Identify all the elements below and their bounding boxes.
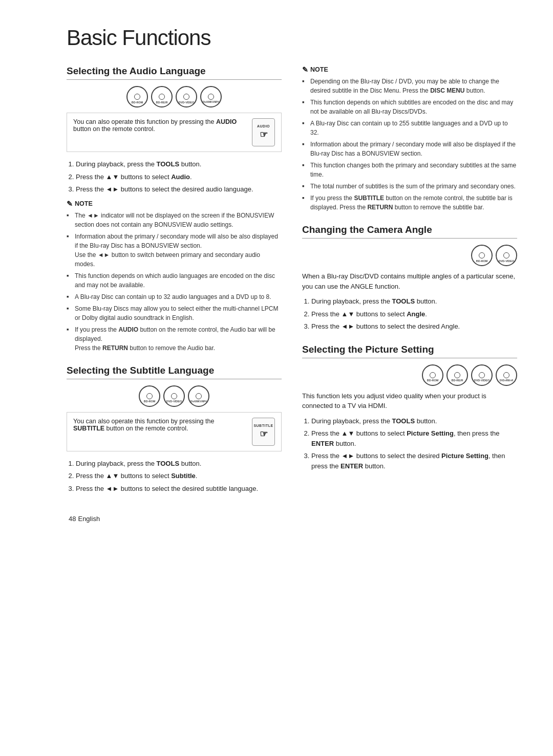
- audio-step-1: During playback, press the TOOLS button.: [76, 159, 282, 169]
- camera-section-title: Changing the Camera Angle: [302, 224, 517, 239]
- camera-step-3: Press the ◄► buttons to select the desir…: [311, 321, 517, 332]
- audio-info-text: You can also operate this function by pr…: [73, 118, 247, 133]
- disc-bd-rom-pic: BD-ROM: [422, 364, 443, 386]
- subtitle-right-note: ✎ NOTE Depending on the Blu-ray Disc / D…: [302, 66, 517, 212]
- subtitle-note-list: Depending on the Blu-ray Disc / DVD, you…: [302, 77, 517, 212]
- picture-step-3: Press the ◄► buttons to select the desir…: [311, 451, 517, 471]
- subtitle-note-item: A Blu-ray Disc can contain up to 255 sub…: [302, 119, 517, 137]
- disc-dvd-video-sub: DVD-VIDEO: [163, 385, 185, 407]
- audio-steps: During playback, press the TOOLS button.…: [67, 159, 282, 195]
- page-number: 48English: [67, 514, 517, 523]
- subtitle-note-item: Depending on the Blu-ray Disc / DVD, you…: [302, 77, 517, 95]
- subtitle-note-item: Information about the primary / secondar…: [302, 140, 517, 158]
- page-language: English: [78, 515, 100, 523]
- camera-step-2: Press the ▲▼ buttons to select Angle.: [311, 309, 517, 319]
- subtitle-note-title: ✎ NOTE: [302, 66, 517, 74]
- page-title: Basic Functions: [67, 26, 517, 50]
- subtitle-step-2: Press the ▲▼ buttons to select Subtitle.: [76, 471, 282, 481]
- disc-divx: DivX/MKV/MP4: [200, 86, 222, 107]
- subtitle-section-title: Selecting the Subtitle Language: [67, 365, 282, 379]
- picture-step-1: During playback, press the TOOLS button.: [311, 416, 517, 426]
- audio-note-list: The ◄► indicator will not be displayed o…: [67, 211, 282, 353]
- audio-note-item: Some Blu-ray Discs may allow you to sele…: [67, 304, 282, 322]
- audio-note-item: If you press the AUDIO button on the rem…: [67, 325, 282, 353]
- left-column: Selecting the Audio Language BD-ROM BD-R…: [67, 66, 282, 499]
- subtitle-disc-icons: BD-ROM DVD-VIDEO DivX/MKV/MP4: [67, 385, 282, 407]
- picture-section: Selecting the Picture Setting BD-ROM BD-…: [302, 344, 517, 471]
- disc-dvd-video-cam: DVD-VIDEO: [496, 245, 517, 266]
- picture-step-2: Press the ▲▼ buttons to select Picture S…: [311, 428, 517, 448]
- subtitle-step-1: During playback, press the TOOLS button.: [76, 459, 282, 469]
- picture-section-title: Selecting the Picture Setting: [302, 344, 517, 358]
- subtitle-note-item: The total number of subtitles is the sum…: [302, 182, 517, 191]
- camera-step-1: During playback, press the TOOLS button.: [311, 296, 517, 307]
- audio-section: Selecting the Audio Language BD-ROM BD-R…: [67, 66, 282, 353]
- audio-note-item: A Blu-ray Disc can contain up to 32 audi…: [67, 292, 282, 301]
- audio-disc-icons: BD-ROM BD-RE/R DVD-VIDEO DivX/MKV/MP4: [67, 86, 282, 107]
- audio-note-item: The ◄► indicator will not be displayed o…: [67, 211, 282, 229]
- subtitle-info-box: You can also operate this function by pr…: [67, 412, 282, 451]
- subtitle-remote-button: SUBTITLE ☞: [252, 418, 275, 446]
- audio-section-title: Selecting the Audio Language: [67, 66, 282, 80]
- subtitle-section: Selecting the Subtitle Language BD-ROM D…: [67, 365, 282, 494]
- disc-dvd-video-pic: DVD-VIDEO: [471, 364, 493, 386]
- audio-remote-button: AUDIO ☞: [252, 118, 275, 146]
- disc-dvdrw-pic: DVD+RW/+R: [496, 364, 517, 386]
- picture-intro: This function lets you adjust video qual…: [302, 391, 517, 411]
- subtitle-note-item: This function changes both the primary a…: [302, 161, 517, 179]
- disc-bd-rom: BD-ROM: [126, 86, 148, 107]
- subtitle-note-item: If you press the SUBTITLE button on the …: [302, 193, 517, 212]
- disc-bd-rom-cam: BD-ROM: [471, 245, 493, 266]
- picture-disc-icons: BD-ROM BD-RE/R DVD-VIDEO DVD+RW/+R: [302, 364, 517, 386]
- subtitle-steps: During playback, press the TOOLS button.…: [67, 459, 282, 494]
- subtitle-step-3: Press the ◄► buttons to select the desir…: [76, 484, 282, 494]
- audio-step-3: Press the ◄► buttons to select the desir…: [76, 184, 282, 195]
- audio-note: ✎ NOTE The ◄► indicator will not be disp…: [67, 200, 282, 353]
- right-column: ✎ NOTE Depending on the Blu-ray Disc / D…: [302, 66, 517, 499]
- audio-info-box: You can also operate this function by pr…: [67, 113, 282, 152]
- audio-note-title: ✎ NOTE: [67, 200, 282, 208]
- audio-note-item: Information about the primary / secondar…: [67, 232, 282, 269]
- disc-dvd-video: DVD-VIDEO: [176, 86, 197, 107]
- audio-note-item: This function depends on which audio lan…: [67, 271, 282, 290]
- camera-steps: During playback, press the TOOLS button.…: [302, 296, 517, 332]
- disc-divx-sub: DivX/MKV/MP4: [188, 385, 209, 407]
- picture-steps: During playback, press the TOOLS button.…: [302, 416, 517, 471]
- subtitle-note-item: This function depends on which subtitles…: [302, 98, 517, 116]
- disc-bd-re: BD-RE/R: [151, 86, 173, 107]
- disc-bd-rom-sub: BD-ROM: [139, 385, 160, 407]
- disc-bd-re-pic: BD-RE/R: [446, 364, 468, 386]
- camera-disc-icons: BD-ROM DVD-VIDEO: [302, 245, 517, 266]
- camera-section: Changing the Camera Angle BD-ROM DVD-VID…: [302, 224, 517, 332]
- audio-step-2: Press the ▲▼ buttons to select Audio.: [76, 172, 282, 182]
- subtitle-info-text: You can also operate this function by pr…: [73, 418, 247, 432]
- camera-intro: When a Blu-ray Disc/DVD contains multipl…: [302, 271, 517, 291]
